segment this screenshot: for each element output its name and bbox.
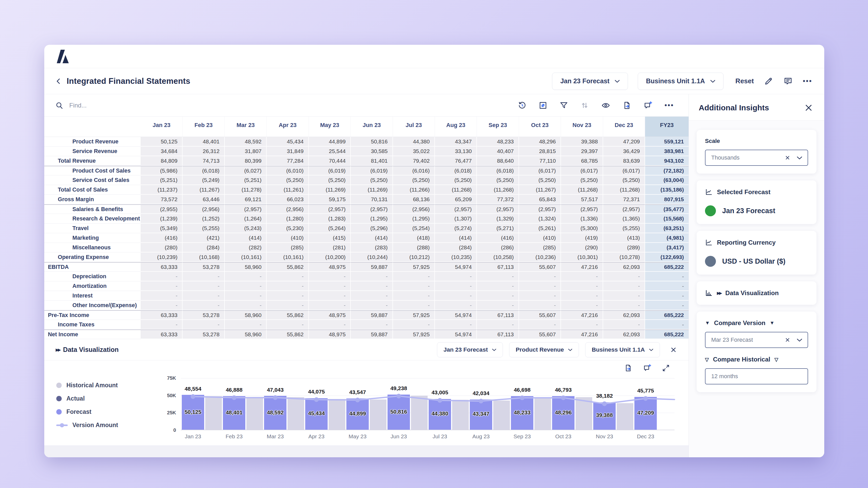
table-cell[interactable]: - <box>603 320 645 329</box>
column-header[interactable]: Jun 23 <box>351 117 393 137</box>
clear-selection-icon[interactable] <box>785 337 790 343</box>
table-cell[interactable]: (5,250) <box>267 175 309 185</box>
table-cell[interactable]: 66,023 <box>267 195 309 204</box>
table-cell[interactable]: - <box>519 320 561 329</box>
table-cell[interactable]: (11,267) <box>519 185 561 195</box>
table-cell[interactable]: (418) <box>393 233 435 243</box>
table-cell[interactable]: (11,268) <box>477 185 519 195</box>
table-cell[interactable]: (290) <box>561 243 603 253</box>
table-cell[interactable]: (11,268) <box>603 185 645 195</box>
table-cell[interactable]: (6,010) <box>267 166 309 175</box>
grid-more-options-icon[interactable]: ••• <box>664 101 674 109</box>
table-cell[interactable]: 50,125 <box>141 137 183 147</box>
table-cell[interactable]: 48,975 <box>309 262 351 272</box>
table-cell[interactable]: (284) <box>183 243 224 253</box>
table-cell[interactable]: (1,295) <box>351 214 393 224</box>
column-header[interactable]: Feb 23 <box>183 117 224 137</box>
table-cell[interactable]: (6,017) <box>519 166 561 175</box>
table-cell[interactable]: - <box>183 281 224 291</box>
table-cell[interactable]: 47,216 <box>561 329 603 339</box>
table-cell[interactable]: (281) <box>309 243 351 253</box>
table-cell[interactable]: (5,261) <box>519 224 561 233</box>
table-cell[interactable]: (6,019) <box>309 166 351 175</box>
table-cell[interactable]: (6,018) <box>435 166 477 175</box>
table-cell[interactable]: - <box>225 291 267 301</box>
table-cell[interactable]: 58,960 <box>225 310 267 320</box>
table-cell[interactable]: - <box>393 272 435 281</box>
table-cell[interactable]: (2,957) <box>603 204 645 214</box>
table-cell[interactable]: (288) <box>393 243 435 253</box>
bottom-scroll-track[interactable] <box>44 445 688 457</box>
add-comment-icon[interactable] <box>643 101 653 110</box>
table-cell[interactable]: (1,329) <box>477 214 519 224</box>
table-cell[interactable]: 31,849 <box>267 147 309 156</box>
table-cell[interactable]: 76,477 <box>435 156 477 166</box>
table-cell[interactable]: (1,283) <box>309 214 351 224</box>
table-cell[interactable]: (289) <box>603 243 645 253</box>
table-cell[interactable]: - <box>351 291 393 301</box>
table-cell[interactable]: - <box>435 281 477 291</box>
table-cell[interactable]: - <box>519 281 561 291</box>
table-cell[interactable]: (11,269) <box>351 185 393 195</box>
table-cell[interactable]: 53,278 <box>183 310 224 320</box>
table-cell[interactable]: 63,333 <box>141 310 183 320</box>
table-cell[interactable]: (410) <box>267 233 309 243</box>
table-cell[interactable]: (10,301) <box>561 253 603 262</box>
table-cell[interactable]: - <box>561 281 603 291</box>
table-cell[interactable]: (5,296) <box>351 224 393 233</box>
table-cell[interactable]: 31,807 <box>225 147 267 156</box>
column-header[interactable]: Nov 23 <box>561 117 603 137</box>
table-cell-fy23[interactable]: 807,915 <box>645 195 688 204</box>
table-cell-fy23[interactable]: - <box>645 272 688 281</box>
table-cell[interactable]: (5,250) <box>435 175 477 185</box>
table-cell[interactable]: 47,216 <box>561 262 603 272</box>
more-options-icon[interactable]: ••• <box>803 77 812 85</box>
table-cell[interactable]: 44,899 <box>309 137 351 147</box>
table-cell[interactable]: - <box>477 272 519 281</box>
table-cell[interactable]: - <box>603 272 645 281</box>
table-cell[interactable]: (5,251) <box>225 175 267 185</box>
table-cell[interactable]: (5,255) <box>603 224 645 233</box>
table-cell[interactable]: (5,250) <box>477 175 519 185</box>
clear-selection-icon[interactable] <box>785 155 790 161</box>
table-cell[interactable]: 65,209 <box>435 195 477 204</box>
table-cell-fy23[interactable]: (63,004) <box>645 175 688 185</box>
table-cell[interactable]: (414) <box>225 233 267 243</box>
table-cell[interactable]: - <box>561 272 603 281</box>
table-cell[interactable]: 58,960 <box>225 329 267 339</box>
table-cell[interactable]: (11,269) <box>309 185 351 195</box>
table-cell[interactable]: - <box>393 281 435 291</box>
table-cell[interactable]: (11,267) <box>183 185 224 195</box>
table-cell[interactable]: 45,434 <box>267 137 309 147</box>
table-cell[interactable]: 88,640 <box>477 156 519 166</box>
table-cell-fy23[interactable]: (63,251) <box>645 224 688 233</box>
table-cell[interactable]: 67,113 <box>477 310 519 320</box>
table-cell[interactable]: (10,244) <box>351 253 393 262</box>
table-cell[interactable]: (1,295) <box>393 214 435 224</box>
sort-icon[interactable] <box>580 101 589 110</box>
table-cell[interactable]: 35,022 <box>393 147 435 156</box>
table-cell[interactable]: - <box>351 320 393 329</box>
table-cell-fy23[interactable]: (4,981) <box>645 233 688 243</box>
table-cell[interactable]: (280) <box>141 243 183 253</box>
table-cell[interactable]: 70,131 <box>351 195 393 204</box>
table-cell[interactable]: - <box>393 320 435 329</box>
column-header[interactable]: Apr 23 <box>267 117 309 137</box>
table-cell[interactable]: 25,544 <box>309 147 351 156</box>
table-cell[interactable]: (6,018) <box>183 166 224 175</box>
table-cell[interactable]: (1,280) <box>267 214 309 224</box>
table-cell-fy23[interactable]: (3,417) <box>645 243 688 253</box>
table-cell[interactable]: (10,212) <box>393 253 435 262</box>
table-cell[interactable]: (419) <box>561 233 603 243</box>
table-cell[interactable]: - <box>225 301 267 310</box>
table-cell-fy23[interactable]: 685,222 <box>645 310 688 320</box>
table-cell[interactable]: (5,349) <box>141 224 183 233</box>
table-cell[interactable]: - <box>183 272 224 281</box>
table-cell[interactable]: 55,862 <box>267 310 309 320</box>
table-cell[interactable]: (6,017) <box>561 166 603 175</box>
close-viz-icon[interactable] <box>670 346 677 353</box>
table-cell[interactable]: - <box>435 291 477 301</box>
table-cell[interactable]: (286) <box>477 243 519 253</box>
table-cell[interactable]: 55,862 <box>267 262 309 272</box>
table-cell[interactable]: 36,429 <box>603 147 645 156</box>
